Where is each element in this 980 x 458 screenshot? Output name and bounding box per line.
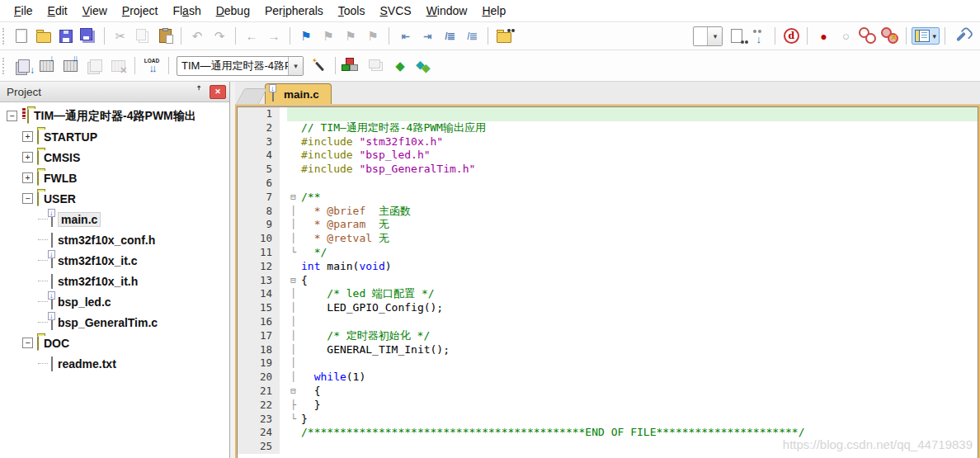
- code-line-5[interactable]: 5#include "bsp_GeneralTim.h": [238, 163, 978, 177]
- build-button[interactable]: [35, 54, 58, 78]
- collapse-icon[interactable]: −: [22, 193, 33, 204]
- code-line-16[interactable]: 16│: [238, 315, 978, 329]
- bookmark-margin[interactable]: [280, 343, 287, 357]
- fold-collapse-icon[interactable]: ⊟: [287, 191, 299, 205]
- toolbar-grip[interactable]: [2, 28, 7, 45]
- tree-item-doc[interactable]: −DOC: [0, 333, 229, 353]
- tree-item-stm32f10x-it-h[interactable]: stm32f10x_it.h: [0, 271, 229, 291]
- next-bookmark-button[interactable]: ⚑: [340, 26, 361, 46]
- undo-button[interactable]: ↶: [186, 26, 208, 46]
- line-number[interactable]: 22: [238, 399, 280, 413]
- code-line-7[interactable]: 7⊟/**: [238, 191, 978, 205]
- tree-item-fwlb[interactable]: +FWLB: [0, 168, 229, 188]
- chevron-down-icon[interactable]: ▾: [932, 32, 936, 40]
- tree-item-startup[interactable]: +STARTUP: [0, 126, 229, 147]
- bookmark-margin[interactable]: [280, 287, 287, 301]
- navigate-forward-button[interactable]: →: [263, 26, 285, 46]
- manage-rte-button[interactable]: ◆: [389, 54, 412, 78]
- code-line-21[interactable]: 21⊟ {: [238, 385, 978, 399]
- insert-breakpoint-button[interactable]: ●: [813, 26, 834, 46]
- code-line-11[interactable]: 11└ */: [238, 246, 978, 260]
- bookmark-margin[interactable]: [280, 163, 287, 177]
- bookmark-margin[interactable]: [280, 274, 287, 288]
- bookmark-margin[interactable]: [280, 385, 287, 399]
- bookmark-margin[interactable]: [280, 371, 287, 385]
- code-line-19[interactable]: 19│: [238, 356, 978, 371]
- line-number[interactable]: 25: [238, 440, 280, 454]
- bookmark-margin[interactable]: [280, 149, 287, 163]
- tree-item-bsp-generaltim-c[interactable]: bsp_GeneralTim.c: [0, 312, 229, 333]
- tree-item-user[interactable]: −USER: [0, 188, 229, 209]
- tree-item-stm32f10x-conf-h[interactable]: stm32f10x_conf.h: [0, 229, 229, 250]
- line-number[interactable]: 6: [238, 177, 280, 191]
- code-line-17[interactable]: 17│ /* 定时器初始化 */: [238, 329, 978, 343]
- save-all-button[interactable]: [78, 26, 99, 46]
- code-line-9[interactable]: 9│ * @param 无: [238, 218, 978, 232]
- unindent-button[interactable]: ⇤: [394, 26, 416, 46]
- code-line-4[interactable]: 4#include "bsp_led.h": [238, 149, 978, 163]
- line-number[interactable]: 24: [238, 426, 280, 440]
- copy-button[interactable]: [132, 26, 153, 46]
- redo-button[interactable]: ↷: [209, 26, 230, 46]
- line-number[interactable]: 20: [238, 371, 280, 385]
- menu-peripherals[interactable]: Peripherals: [257, 2, 331, 20]
- find-in-files-button[interactable]: [493, 26, 515, 46]
- target-options-button[interactable]: [307, 54, 330, 78]
- code-line-14[interactable]: 14│ /* led 端口配置 */: [238, 287, 978, 301]
- cut-button[interactable]: ✂: [110, 26, 131, 46]
- code-line-22[interactable]: 22├ }: [238, 399, 978, 413]
- line-number[interactable]: 10: [238, 232, 280, 246]
- line-number[interactable]: 9: [238, 218, 280, 232]
- line-number[interactable]: 5: [238, 163, 280, 177]
- tree-item-main-c[interactable]: main.c: [0, 209, 229, 229]
- bookmark-margin[interactable]: [280, 246, 287, 260]
- manage-project-items-button[interactable]: [341, 54, 364, 78]
- line-number[interactable]: 8: [238, 205, 280, 219]
- code-line-12[interactable]: 12int main(void): [238, 260, 978, 274]
- line-number[interactable]: 7: [238, 191, 280, 205]
- chevron-down-icon[interactable]: ▾: [288, 57, 303, 75]
- find-in-files-doc-button[interactable]: [726, 26, 747, 46]
- line-number[interactable]: 16: [238, 315, 280, 329]
- line-number[interactable]: 23: [238, 413, 280, 427]
- manage-books-button[interactable]: [365, 54, 388, 78]
- code-line-10[interactable]: 10│ * @retval 无: [238, 232, 978, 246]
- tree-item-readme-txt[interactable]: readme.txt: [0, 353, 229, 374]
- menu-project[interactable]: Project: [115, 2, 166, 20]
- bookmark-margin[interactable]: [280, 301, 287, 315]
- bookmark-margin[interactable]: [280, 107, 287, 121]
- rebuild-button[interactable]: [59, 54, 82, 78]
- toolbar-grip[interactable]: [2, 58, 7, 74]
- bookmark-margin[interactable]: [280, 329, 287, 343]
- paste-button[interactable]: [154, 26, 176, 46]
- uncomment-button[interactable]: /≣: [461, 26, 483, 46]
- expand-icon[interactable]: +: [22, 152, 33, 163]
- bookmark-margin[interactable]: [280, 232, 287, 246]
- collapse-icon[interactable]: −: [7, 111, 17, 121]
- start-debug-session-button[interactable]: [780, 26, 802, 46]
- menu-flash[interactable]: Flash: [165, 2, 208, 20]
- menu-tools[interactable]: Tools: [331, 2, 373, 20]
- line-number[interactable]: 1: [238, 107, 280, 121]
- collapse-icon[interactable]: −: [22, 338, 33, 348]
- bookmark-margin[interactable]: [280, 177, 287, 191]
- line-number[interactable]: 4: [238, 149, 280, 163]
- stop-build-button[interactable]: [106, 54, 130, 78]
- tab-main-c[interactable]: main.c: [265, 83, 332, 104]
- code-line-23[interactable]: 23└}: [238, 413, 978, 427]
- new-file-button[interactable]: [11, 26, 32, 46]
- bookmark-margin[interactable]: [280, 315, 287, 329]
- line-number[interactable]: 15: [238, 301, 280, 315]
- indent-button[interactable]: ⇥: [417, 26, 438, 46]
- batch-build-button[interactable]: [82, 54, 106, 78]
- tree-item-stm32f10x-it-c[interactable]: stm32f10x_it.c: [0, 250, 229, 271]
- configure-tools-button[interactable]: [950, 26, 972, 46]
- menu-debug[interactable]: Debug: [209, 2, 257, 20]
- code-line-1[interactable]: 1: [238, 107, 978, 121]
- code-line-6[interactable]: 6: [238, 177, 978, 191]
- code-editor[interactable]: 12// TIM—通用定时器-4路PWM输出应用3#include "stm32…: [238, 107, 978, 458]
- line-number[interactable]: 11: [238, 246, 280, 260]
- menu-svcs[interactable]: SVCS: [372, 2, 418, 20]
- code-line-15[interactable]: 15│ LED_GPIO_Config();: [238, 301, 978, 315]
- code-line-8[interactable]: 8│ * @brief 主函数: [238, 205, 978, 219]
